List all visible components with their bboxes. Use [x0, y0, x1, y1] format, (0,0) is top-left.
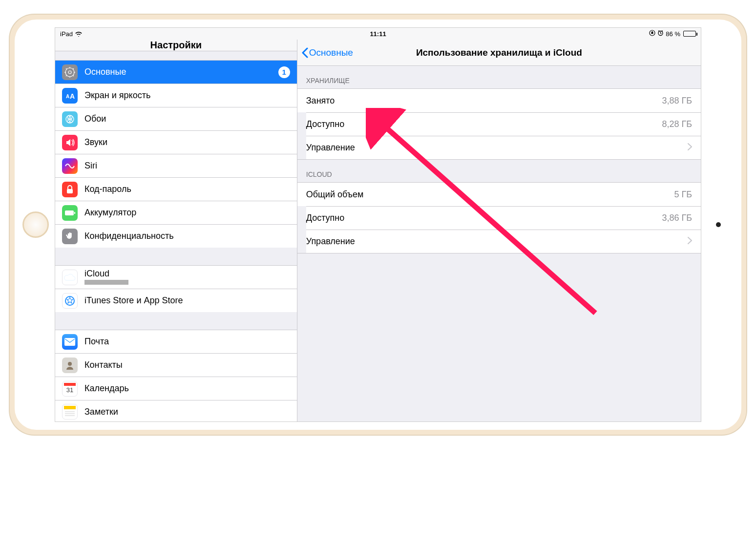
- sounds-icon: [62, 135, 78, 150]
- wifi-icon: [75, 31, 83, 37]
- screen: iPad 11:11 86 %: [55, 27, 701, 422]
- notes-icon: [62, 404, 78, 420]
- svg-rect-24: [64, 383, 76, 386]
- badge: 1: [278, 66, 290, 78]
- row-label: Общий объем: [306, 189, 674, 200]
- svg-line-10: [66, 75, 67, 76]
- svg-line-11: [73, 68, 74, 69]
- sidebar-item-label: Экран и яркость: [84, 90, 290, 101]
- svg-line-9: [73, 75, 74, 76]
- row-доступно: Доступно8,28 ГБ: [306, 112, 701, 136]
- sidebar-item-sounds[interactable]: Звуки: [55, 130, 297, 154]
- sidebar-item-icloud[interactable]: iCloud: [55, 265, 297, 289]
- svg-text:A: A: [66, 94, 69, 99]
- siri-icon: [62, 158, 78, 174]
- sidebar-item-itunes[interactable]: iTunes Store и App Store: [55, 289, 297, 312]
- sidebar-item-privacy[interactable]: Конфиденциальность: [55, 224, 297, 248]
- clock: 11:11: [370, 30, 386, 38]
- svg-rect-20: [74, 212, 75, 214]
- chevron-right-icon: [688, 143, 692, 153]
- home-button[interactable]: [22, 211, 49, 238]
- sidebar-item-label: iCloud: [84, 269, 290, 286]
- back-label: Основные: [309, 47, 353, 58]
- svg-text:31: 31: [66, 386, 73, 394]
- chevron-left-icon: [301, 47, 308, 58]
- row-доступно: Доступно3,86 ГБ: [306, 206, 701, 230]
- svg-point-23: [68, 362, 72, 366]
- battery-icon: [62, 205, 78, 221]
- sidebar-item-label: Почта: [84, 337, 290, 347]
- sidebar-item-passcode[interactable]: Код-пароль: [55, 177, 297, 201]
- device-label: iPad: [60, 30, 73, 38]
- orientation-lock-icon: [649, 30, 655, 38]
- svg-point-3: [68, 71, 71, 74]
- nav-bar: Основные Использование хранилища и iClou…: [297, 40, 701, 66]
- row-управление[interactable]: Управление: [306, 136, 701, 159]
- sidebar-item-label: Календарь: [84, 383, 290, 394]
- chevron-right-icon: [688, 236, 692, 247]
- alarm-icon: [657, 30, 664, 38]
- status-bar: iPad 11:11 86 %: [55, 28, 701, 40]
- sidebar-item-notes[interactable]: Заметки: [55, 400, 297, 422]
- svg-line-8: [66, 68, 67, 69]
- row-label: Управление: [306, 236, 683, 247]
- sidebar-item-label: Обои: [84, 114, 290, 124]
- svg-text:A: A: [70, 92, 75, 100]
- svg-rect-19: [65, 210, 74, 215]
- row-value: 5 ГБ: [674, 189, 692, 200]
- mail-icon: [62, 334, 78, 350]
- back-button[interactable]: Основные: [301, 47, 353, 58]
- sidebar-item-mail[interactable]: Почта: [55, 330, 297, 353]
- sidebar-item-calendar[interactable]: 31Календарь: [55, 377, 297, 400]
- sidebar-item-label: Siri: [84, 161, 290, 171]
- sidebar-item-label: Конфиденциальность: [84, 231, 290, 241]
- sidebar-item-label: iTunes Store и App Store: [84, 295, 290, 306]
- settings-sidebar: Настройки Основные1AAЭкран и яркостьОбои…: [55, 40, 297, 421]
- svg-rect-26: [64, 406, 76, 409]
- icloud-icon: [62, 270, 78, 285]
- sidebar-item-general[interactable]: Основные1: [55, 60, 297, 84]
- row-value: 3,88 ГБ: [662, 96, 692, 106]
- row-label: Доступно: [306, 119, 662, 129]
- gear-icon: [62, 64, 78, 80]
- sidebar-item-display[interactable]: AAЭкран и яркость: [55, 84, 297, 107]
- sidebar-item-label: Аккумулятор: [84, 208, 290, 218]
- battery-icon: [682, 31, 696, 37]
- row-общий-объем: Общий объем5 ГБ: [297, 183, 701, 206]
- row-управление[interactable]: Управление: [306, 230, 701, 253]
- calendar-icon: 31: [62, 381, 78, 397]
- contacts-icon: [62, 358, 78, 373]
- sidebar-item-label: Код-пароль: [84, 184, 290, 194]
- row-занято: Занято3,88 ГБ: [297, 89, 701, 112]
- sidebar-title: Настройки: [55, 40, 297, 51]
- page-title: Использование хранилища и iCloud: [416, 47, 582, 58]
- sidebar-item-siri[interactable]: Siri: [55, 154, 297, 177]
- section-header: ICLOUD: [297, 160, 701, 182]
- sidebar-item-label: Звуки: [84, 137, 290, 147]
- battery-text: 86 %: [666, 30, 680, 38]
- row-label: Доступно: [306, 213, 662, 223]
- sidebar-item-label: Основные: [84, 67, 272, 77]
- appstore-icon: [62, 293, 78, 309]
- hand-icon: [62, 229, 78, 244]
- sidebar-item-battery[interactable]: Аккумулятор: [55, 201, 297, 224]
- lock-icon: [62, 182, 78, 197]
- row-label: Занято: [306, 96, 662, 106]
- row-value: 3,86 ГБ: [662, 213, 692, 223]
- detail-pane: Основные Использование хранилища и iClou…: [297, 40, 701, 421]
- front-camera: [716, 222, 721, 227]
- sidebar-item-contacts[interactable]: Контакты: [55, 353, 297, 377]
- svg-rect-18: [67, 189, 73, 193]
- svg-point-15: [69, 118, 71, 120]
- text-size-icon: AA: [62, 88, 78, 104]
- row-label: Управление: [306, 143, 683, 153]
- ipad-frame: iPad 11:11 86 %: [10, 15, 746, 435]
- row-value: 8,28 ГБ: [662, 119, 692, 129]
- svg-rect-22: [64, 338, 75, 346]
- sidebar-item-wallpaper[interactable]: Обои: [55, 107, 297, 130]
- wallpaper-icon: [62, 111, 78, 127]
- section-header: ХРАНИЛИЩЕ: [297, 66, 701, 88]
- sidebar-item-label: Контакты: [84, 360, 290, 370]
- sidebar-item-label: Заметки: [84, 407, 290, 417]
